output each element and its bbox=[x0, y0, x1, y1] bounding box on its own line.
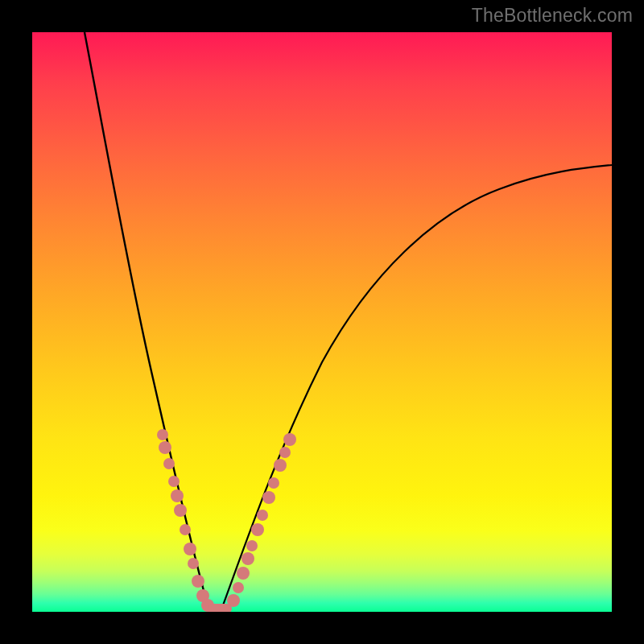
svg-point-19 bbox=[257, 510, 268, 521]
svg-point-3 bbox=[168, 476, 180, 487]
svg-point-2 bbox=[163, 458, 175, 469]
svg-point-15 bbox=[237, 567, 250, 580]
svg-point-17 bbox=[246, 540, 258, 551]
right-dotted-segment bbox=[227, 433, 296, 607]
svg-point-23 bbox=[279, 447, 291, 458]
right-curve bbox=[221, 165, 612, 612]
svg-rect-12 bbox=[208, 604, 232, 612]
left-curve bbox=[85, 32, 217, 612]
svg-point-13 bbox=[227, 594, 240, 607]
watermark-text: TheBottleneck.com bbox=[472, 5, 633, 27]
svg-point-8 bbox=[188, 558, 199, 569]
svg-point-6 bbox=[180, 524, 191, 535]
svg-point-18 bbox=[251, 523, 264, 536]
svg-point-1 bbox=[159, 441, 171, 454]
svg-point-4 bbox=[171, 489, 184, 502]
svg-point-20 bbox=[262, 491, 275, 504]
svg-point-22 bbox=[274, 459, 287, 472]
svg-point-24 bbox=[283, 433, 296, 446]
svg-point-16 bbox=[242, 552, 254, 565]
svg-point-14 bbox=[233, 582, 244, 593]
bottom-dotted-segment bbox=[208, 604, 232, 612]
curve-layer bbox=[32, 32, 612, 612]
chart-frame: TheBottleneck.com bbox=[0, 0, 644, 644]
svg-point-21 bbox=[268, 477, 279, 489]
svg-point-5 bbox=[174, 504, 187, 517]
svg-point-7 bbox=[184, 543, 196, 555]
plot-area bbox=[32, 32, 612, 612]
svg-point-9 bbox=[192, 575, 204, 588]
svg-point-0 bbox=[157, 429, 168, 440]
